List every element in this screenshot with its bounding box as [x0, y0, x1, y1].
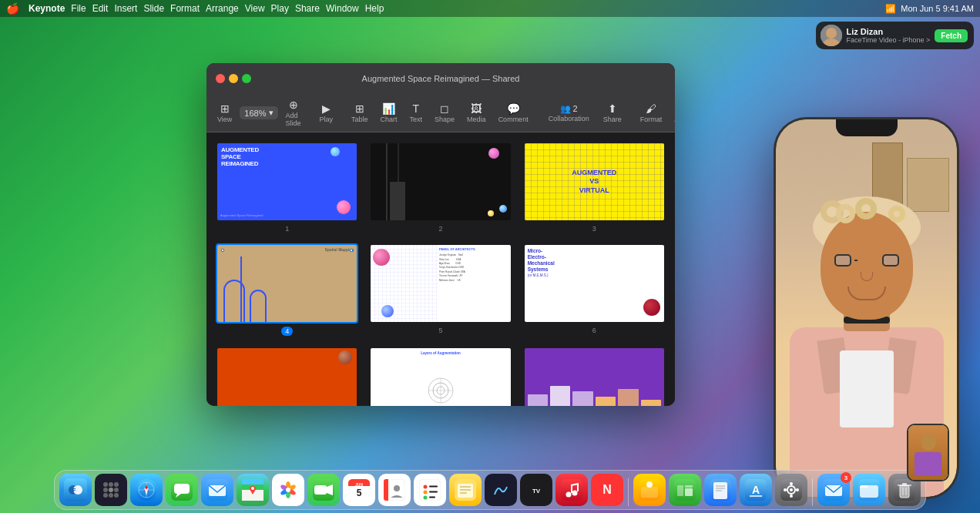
slide-item-2[interactable]: 2 [369, 142, 512, 233]
dock-icon-files[interactable] [853, 474, 885, 506]
slide-thumb-8[interactable]: Layers of Augmentation [369, 347, 512, 406]
slide-menu[interactable]: Slide [143, 3, 164, 14]
room-shelf [872, 142, 903, 204]
arrange-menu[interactable]: Arrange [206, 3, 239, 14]
animate-label: Animate [674, 116, 675, 123]
play-button[interactable]: ▶ Play [315, 99, 338, 126]
slide-item-9[interactable]: PhysicalAugmentedVirtual 9 [523, 347, 666, 406]
slide4-arch2 [250, 290, 267, 322]
collaboration-icon: 👥 [560, 104, 571, 114]
table-button[interactable]: ⊞ Table [347, 99, 373, 126]
dock-icon-photos[interactable] [272, 474, 304, 506]
slide-item-6[interactable]: Micro-Electro-MechanicalSystems(or M.E.M… [523, 243, 666, 336]
dock-icon-launchpad[interactable] [95, 474, 127, 506]
share-menu[interactable]: Share [295, 3, 320, 14]
dock-icon-keynote[interactable] [633, 474, 666, 506]
add-slide-icon: ⊕ [289, 99, 298, 111]
slide-item-5[interactable]: PANEL OF ARCHITECTS Jocelyn Engman SaidS… [369, 243, 512, 336]
app-name-menu[interactable]: Keynote [29, 3, 65, 14]
collaboration-button[interactable]: 👥 2 Collaboration [542, 101, 596, 126]
slide-item-4[interactable]: Spatial Mapping 4 [216, 243, 358, 336]
shape-button[interactable]: ◻ Shape [430, 99, 459, 126]
share-button[interactable]: ⬆ Share [599, 99, 626, 126]
edit-menu[interactable]: Edit [92, 3, 109, 14]
dock-icon-mail2[interactable]: 3 [817, 474, 850, 506]
svg-text:TV: TV [532, 488, 541, 495]
dock-icon-maps[interactable] [237, 474, 269, 506]
svg-rect-63 [429, 486, 438, 488]
dock-icon-notes[interactable] [449, 474, 482, 506]
dock-icon-pages[interactable] [704, 474, 737, 506]
play-label: Play [320, 116, 334, 123]
zoom-control[interactable]: 168% ▾ [240, 106, 277, 119]
svg-rect-48 [314, 485, 327, 495]
slide-item-8[interactable]: Layers of Augmentation 8 [369, 347, 512, 406]
format-menu[interactable]: Format [170, 3, 200, 14]
dock-icon-safari[interactable] [130, 474, 163, 506]
animate-button[interactable]: ✨ Animate [670, 99, 675, 126]
dock-icon-finder[interactable]: F [59, 474, 92, 506]
view-menu[interactable]: View [245, 3, 265, 14]
collaboration-count: 2 [573, 104, 578, 113]
self-view-thumbnail[interactable] [907, 424, 949, 481]
file-menu[interactable]: File [71, 3, 86, 14]
slide3-text: Augmented VS Virtual [572, 169, 616, 196]
fullscreen-button[interactable] [242, 74, 251, 83]
svg-point-21 [114, 493, 119, 498]
svg-rect-87 [685, 488, 693, 496]
insert-menu[interactable]: Insert [114, 3, 137, 14]
text-button[interactable]: T Text [405, 99, 428, 126]
dock-icon-messages[interactable] [166, 474, 198, 506]
phone-screen [776, 119, 957, 497]
slide-thumb-2[interactable] [369, 142, 512, 222]
media-button[interactable]: 🖼 Media [462, 99, 491, 126]
dock-icon-appletv[interactable]: TV [520, 474, 552, 506]
slide-number-6: 6 [592, 327, 596, 334]
add-slide-button[interactable]: ⊕ Add Slide [281, 96, 306, 130]
dock-icon-appstore[interactable]: A [740, 474, 772, 506]
format-button[interactable]: 🖌 Format [636, 99, 667, 126]
zoom-value: 168% [244, 109, 266, 118]
window-menu[interactable]: Window [326, 3, 359, 14]
dock-icon-contacts[interactable] [378, 474, 411, 506]
svg-text:N: N [602, 483, 612, 496]
dock-icon-facetime[interactable] [307, 474, 340, 506]
slide-thumb-1[interactable]: AUGMENTEDSPACEREIMAGINED Augmented Space… [216, 142, 358, 222]
slide-item-7[interactable]: AUGO 7 [216, 347, 358, 406]
slide5-names: Jocelyn Engman SaidShira Lee USAAga Glos… [439, 253, 509, 283]
apple-menu[interactable]: 🍎 [6, 2, 19, 15]
comment-button[interactable]: 💬 Comment [494, 99, 533, 126]
slide-item-1[interactable]: AUGMENTEDSPACEREIMAGINED Augmented Space… [216, 142, 358, 233]
dock-icon-reminders[interactable] [414, 474, 446, 506]
slide-thumb-9[interactable]: PhysicalAugmentedVirtual [523, 347, 666, 406]
help-menu[interactable]: Help [365, 3, 384, 14]
slide-thumb-3[interactable]: Augmented VS Virtual [523, 142, 666, 222]
dock-icon-numbers[interactable] [669, 474, 701, 506]
view-button[interactable]: ⊞ View [213, 99, 237, 126]
slide-item-3[interactable]: Augmented VS Virtual 3 [523, 142, 666, 233]
facetime-fetch-button[interactable]: Fetch [935, 29, 968, 42]
svg-rect-111 [902, 483, 907, 485]
dock-icon-settings[interactable] [775, 474, 807, 506]
dock-icon-calendar[interactable]: 5 JUN [343, 474, 375, 506]
slide-thumb-4[interactable]: Spatial Mapping [216, 243, 358, 324]
dock-icon-news[interactable]: N [591, 474, 623, 506]
slide-thumb-5[interactable]: PANEL OF ARCHITECTS Jocelyn Engman SaidS… [369, 243, 512, 324]
dock-icon-music[interactable] [555, 474, 588, 506]
svg-text:A: A [752, 484, 760, 496]
slide2-sphere2 [499, 205, 507, 213]
svg-point-46 [286, 488, 290, 492]
svg-rect-57 [386, 479, 388, 501]
minimize-button[interactable] [229, 74, 238, 83]
chart-button[interactable]: 📊 Chart [376, 99, 402, 126]
slide-thumb-7[interactable]: AUGO [216, 347, 358, 406]
facetime-avatar [821, 25, 842, 46]
slide-thumb-6[interactable]: Micro-Electro-MechanicalSystems(or M.E.M… [523, 243, 666, 324]
dock-icon-freeform[interactable] [485, 474, 517, 506]
dock-icon-mail[interactable] [201, 474, 233, 506]
play-menu[interactable]: Play [271, 3, 289, 14]
svg-point-38 [251, 487, 254, 490]
dock-separator-2 [812, 478, 813, 506]
close-button[interactable] [216, 74, 225, 83]
slide8-diagram [425, 375, 456, 406]
